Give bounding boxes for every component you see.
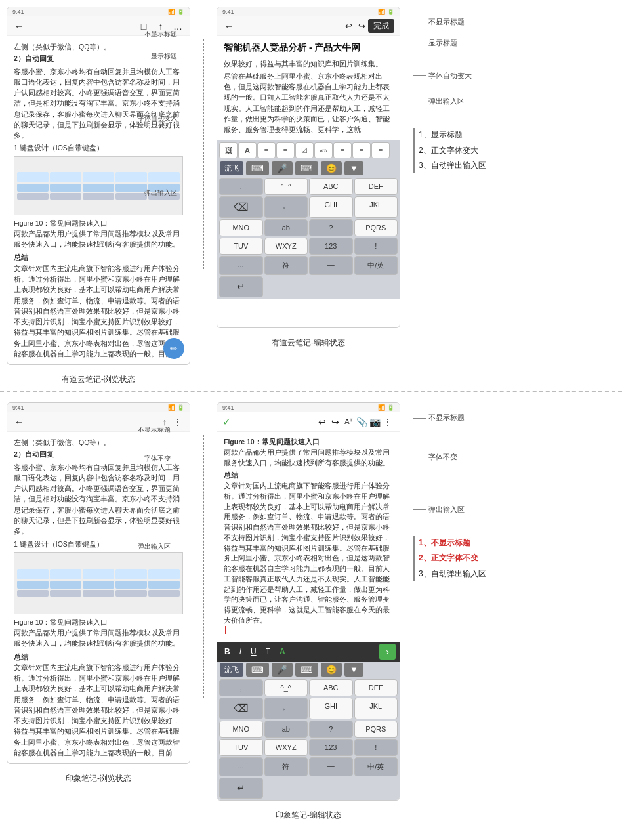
format-list1-icon[interactable]: ≡ (257, 142, 276, 158)
format-align2-icon[interactable]: ≡ (352, 142, 371, 158)
key-tuv[interactable]: TUV (219, 238, 263, 255)
br-key-symbol[interactable]: 符 (264, 757, 308, 776)
br-key-123[interactable]: 123 (309, 739, 353, 756)
br-mic-btn[interactable]: 🎤 (272, 663, 293, 677)
format-font-icon[interactable]: A (238, 142, 257, 158)
br-key-pqrs[interactable]: PQRS (354, 721, 398, 738)
key-question[interactable]: ? (309, 219, 353, 236)
bl-anno-num-3: 3、自动弹出输入区 (419, 567, 531, 581)
conclusion-title: 总结 (14, 252, 183, 262)
back-icon[interactable]: ← (12, 20, 26, 33)
br-key-jkl[interactable]: JKL (354, 698, 398, 719)
key-ghi[interactable]: GHI (309, 196, 353, 218)
br-key-ghi[interactable]: GHI (309, 698, 353, 719)
undo-icon-br[interactable]: ↩ (316, 415, 329, 429)
br-key-tuv[interactable]: TUV (219, 739, 263, 756)
format-align3-icon[interactable]: ≡ (371, 142, 390, 158)
camera-icon-br[interactable]: 📷 (368, 415, 381, 429)
collapse-btn[interactable]: ▼ (344, 161, 363, 175)
font-size-icon-br[interactable]: Aᵀ (342, 415, 355, 429)
handwriting-btn[interactable]: 流飞 (220, 161, 243, 175)
bl-screenshot-images (14, 552, 183, 614)
anno-num-1: 1、显示标题 (419, 128, 531, 142)
br-key-dash[interactable]: — (309, 757, 353, 776)
br-emoji-btn[interactable]: 😊 (321, 663, 342, 677)
key-pqrs[interactable]: PQRS (354, 219, 398, 236)
br-cursor-btn[interactable]: ⌨ (295, 663, 318, 677)
bold-btn[interactable]: B (221, 646, 234, 658)
redo-icon[interactable]: ↪ (355, 20, 368, 33)
key-ellipsis[interactable]: ... (219, 256, 263, 275)
br-figure-caption: Figure 10：常见问题快速入口 (224, 437, 393, 448)
underline-btn[interactable]: U (247, 646, 260, 658)
br-key-wxyz[interactable]: WXYZ (264, 739, 308, 756)
cursor-btn[interactable]: ⌨ (295, 161, 318, 175)
format-quote-icon[interactable]: «» (314, 142, 333, 158)
br-key-def[interactable]: DEF (354, 679, 398, 696)
mic-btn[interactable]: 🎤 (272, 161, 293, 175)
br-key-face[interactable]: ^_^ (264, 679, 308, 696)
bottom-right-numbered-list: 1、不显示标题 2、正文字体不变 3、自动弹出输入区 (413, 536, 531, 581)
br-handwriting-btn[interactable]: 流飞 (220, 663, 243, 677)
back-icon-bl[interactable]: ← (12, 415, 26, 429)
dash-btn-1[interactable]: — (291, 646, 306, 658)
key-abc[interactable]: ABC (309, 178, 353, 195)
br-collapse-btn[interactable]: ▼ (344, 663, 363, 677)
key-comma[interactable]: , (219, 178, 263, 195)
key-123[interactable]: 123 (309, 238, 353, 255)
redo-icon-br[interactable]: ↪ (329, 415, 342, 429)
float-edit-button[interactable]: ✏ (163, 338, 184, 359)
key-dash[interactable]: — (309, 256, 353, 275)
expand-format-btn[interactable]: › (379, 644, 396, 660)
br-conclusion-text: 文章针对国内主流电商旗下智能客服进行用户体验分析。通过分析得出，阿里小蜜和京东小… (224, 481, 393, 626)
br-key-abc[interactable]: ABC (309, 679, 353, 696)
key-chinese-english[interactable]: 中/英 (354, 256, 398, 275)
handwriting-label: 流飞 (224, 163, 239, 173)
more-icon-bl[interactable]: ⋮ (171, 415, 184, 429)
check-icon-br[interactable]: ✓ (222, 415, 231, 428)
key-backspace[interactable]: ⌫ (219, 196, 263, 218)
bottom-right-phone-header: ✓ ↩ ↪ Aᵀ 📎 📷 ⋮ (217, 412, 400, 432)
undo-icon[interactable]: ↩ (342, 20, 355, 33)
br-key-chinese-english[interactable]: 中/英 (354, 757, 398, 776)
done-button[interactable]: 完成 (368, 19, 394, 33)
br-key-comma[interactable]: , (219, 679, 263, 696)
br-key-period[interactable]: 。 (264, 698, 308, 719)
emoji-btn[interactable]: 😊 (321, 161, 342, 175)
key-enter[interactable]: ↵ (219, 276, 263, 297)
bottom-annotation-panel: 不显示标题 字体不变 弹出输入区 1、不显示标题 2、正文字体不变 3、自动弹出… (407, 396, 538, 595)
br-key-question[interactable]: ? (309, 721, 353, 738)
br-key-mno[interactable]: MNO (219, 721, 263, 738)
color-btn[interactable]: A (276, 646, 289, 658)
more-icon-br[interactable]: ⋮ (381, 415, 394, 429)
key-face[interactable]: ^_^ (264, 178, 308, 195)
br-key-exclaim[interactable]: ! (354, 739, 398, 756)
key-wxyz[interactable]: WXYZ (264, 238, 308, 255)
attach-icon-br[interactable]: 📎 (355, 415, 368, 429)
format-align1-icon[interactable]: ≡ (333, 142, 352, 158)
keyboard-btn[interactable]: ⌨ (246, 161, 269, 175)
key-ab[interactable]: ab (264, 219, 308, 236)
key-def[interactable]: DEF (354, 178, 398, 195)
br-key-backspace[interactable]: ⌫ (219, 698, 263, 719)
key-jkl[interactable]: JKL (354, 196, 398, 218)
back-icon-right[interactable]: ← (222, 20, 236, 33)
format-image-icon[interactable]: 🖼 (219, 142, 238, 158)
bottom-right-caption: 印象笔记-编辑状态 (276, 807, 341, 824)
strikethrough-btn[interactable]: T (262, 646, 274, 658)
key-period[interactable]: 。 (264, 196, 308, 218)
format-toolbar: 🖼 A ≡ ≡ ☑ «» ≡ ≡ ≡ (217, 140, 400, 160)
format-list2-icon[interactable]: ≡ (276, 142, 295, 158)
italic-btn[interactable]: I (236, 646, 245, 658)
bl-figure-desc: 两款产品都为用户提供了常用问题推荐模块以及常用服务快速入口，均能快速找到所有客服… (14, 627, 183, 649)
br-key-ab[interactable]: ab (264, 721, 308, 738)
br-keyboard-btn[interactable]: ⌨ (246, 663, 269, 677)
br-key-enter[interactable]: ↵ (219, 778, 263, 799)
key-exclaim[interactable]: ! (354, 238, 398, 255)
dash-btn-2[interactable]: — (308, 646, 323, 658)
key-mno[interactable]: MNO (219, 219, 263, 236)
format-checkbox-icon[interactable]: ☑ (295, 142, 314, 158)
top-left-caption: 有道云笔记-浏览状态 (62, 371, 135, 388)
br-key-ellipsis[interactable]: ... (219, 757, 263, 776)
key-symbol[interactable]: 符 (264, 256, 308, 275)
